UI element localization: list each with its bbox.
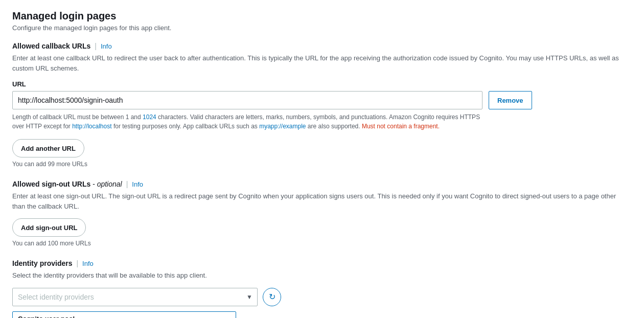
remove-callback-url-button[interactable]: Remove	[489, 91, 532, 109]
refresh-icon: ↻	[269, 292, 275, 302]
identity-provider-tag-cognito: Cognito user pool Users can sign in to C…	[12, 311, 236, 319]
callback-urls-header: Allowed callback URLs | Info	[12, 42, 632, 50]
callback-url-hint: Length of callback URL must be between 1…	[12, 112, 482, 131]
add-callback-url-button[interactable]: Add another URL	[12, 139, 84, 157]
identity-providers-divider: |	[76, 259, 78, 267]
page-subtitle: Configure the managed login pages for th…	[12, 24, 632, 32]
signout-urls-section: Allowed sign-out URLs - optional | Info …	[12, 180, 632, 247]
hint-error-fragment: Must not contain a fragment.	[362, 123, 440, 130]
identity-providers-select-row: Select identity providers ▼ ↻	[12, 288, 632, 306]
add-signout-url-label: Add sign-out URL	[21, 224, 77, 232]
signout-urls-title-main: Allowed sign-out URLs	[12, 180, 90, 188]
signout-urls-optional-text: - optional	[93, 180, 122, 188]
signout-urls-divider: |	[126, 180, 128, 188]
refresh-identity-providers-button[interactable]: ↻	[263, 288, 281, 306]
callback-url-input[interactable]	[12, 91, 482, 109]
identity-providers-header: Identity providers | Info	[12, 259, 632, 267]
signout-url-count-hint: You can add 100 more URLs	[12, 240, 632, 247]
hint-link-myapp: myapp://example	[259, 123, 306, 130]
identity-providers-info-link[interactable]: Info	[82, 260, 94, 267]
callback-urls-info-link[interactable]: Info	[101, 42, 112, 50]
identity-providers-select-wrapper: Select identity providers ▼	[12, 288, 258, 306]
callback-url-count-hint: You can add 99 more URLs	[12, 161, 632, 168]
page-title: Managed login pages	[12, 10, 632, 22]
url-field-label: URL	[12, 80, 632, 88]
identity-providers-section: Identity providers | Info Select the ide…	[12, 259, 632, 318]
identity-provider-tag-content: Cognito user pool Users can sign in to C…	[18, 315, 218, 319]
hint-link-localhost: http://localhost	[72, 123, 111, 130]
identity-providers-description: Select the identity providers that will …	[12, 270, 626, 281]
add-signout-url-button[interactable]: Add sign-out URL	[12, 218, 86, 237]
hint-link-1024: 1024	[143, 113, 156, 121]
callback-urls-title: Allowed callback URLs	[12, 42, 90, 50]
identity-providers-title: Identity providers	[12, 259, 72, 267]
signout-urls-header: Allowed sign-out URLs - optional | Info	[12, 180, 632, 188]
add-callback-url-label: Add another URL	[21, 145, 76, 152]
callback-url-row: Remove	[12, 91, 632, 109]
callback-urls-description: Enter at least one callback URL to redir…	[12, 53, 626, 73]
signout-urls-title: Allowed sign-out URLs - optional	[12, 180, 122, 188]
signout-urls-info-link[interactable]: Info	[132, 180, 143, 188]
callback-urls-section: Allowed callback URLs | Info Enter at le…	[12, 42, 632, 168]
identity-provider-tag-title: Cognito user pool	[18, 315, 218, 319]
signout-urls-description: Enter at least one sign-out URL. The sig…	[12, 191, 626, 211]
identity-providers-select[interactable]: Select identity providers	[12, 288, 258, 306]
callback-urls-divider: |	[95, 42, 97, 50]
